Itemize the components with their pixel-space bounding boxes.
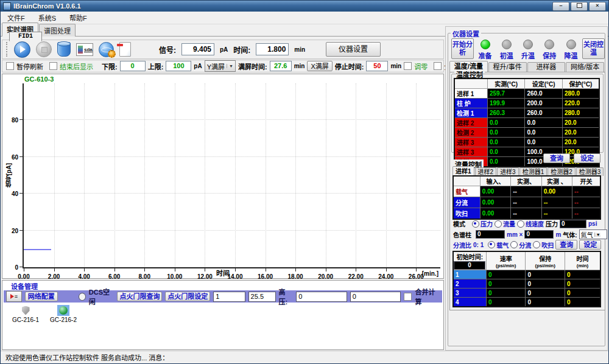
flow-table-row-label-1[interactable]: 分流 [453, 197, 480, 208]
flow-table-cell-2-3[interactable]: -- [572, 208, 600, 220]
split-radio-1[interactable]: 分流 [510, 240, 531, 250]
pressure-program-table-cell-1-2[interactable]: 0 [565, 279, 601, 289]
flow-table-cell-0-1[interactable]: -- [511, 186, 541, 197]
temperature-table-row-label-6[interactable]: 进样 3 [454, 147, 487, 157]
pressure-program-table-init-input[interactable]: 0 [454, 261, 485, 270]
restore-button[interactable] [571, 2, 588, 11]
flow-table-cell-1-0[interactable]: 0.00 [480, 197, 510, 208]
temperature-table-cell-2-1[interactable]: 260.0 [525, 108, 563, 118]
pressure-input[interactable]: 0 [560, 220, 586, 228]
temperature-table-cell-4-0[interactable]: 0.0 [487, 128, 525, 138]
temperature-table-row-label-0[interactable]: 进样 1 [454, 89, 487, 99]
temperature-table-cell-2-0[interactable]: 260.3 [487, 108, 525, 118]
temperature-table-cell-0-2[interactable]: 280.0 [562, 89, 599, 99]
show-after-end-checkbox[interactable] [49, 62, 57, 70]
flow-tab-4[interactable]: 检测器2 [547, 167, 576, 176]
signal-value[interactable]: 9.405 [181, 43, 214, 55]
flow-table-cell-2-2[interactable]: -- [541, 208, 572, 220]
pressure-program-table-cell-0-2[interactable]: 0 [565, 270, 601, 279]
pressure-program-table-row-label-3[interactable]: 4 [453, 298, 486, 307]
temperature-table-cell-1-1[interactable]: 200.0 [525, 99, 563, 108]
pressure-program-table-cell-0-0[interactable]: 0 [486, 270, 526, 279]
temperature-table-cell-2-2[interactable]: 280.0 [562, 108, 599, 118]
main-tab-1[interactable]: 谱图处理 [39, 24, 76, 37]
ignition-threshold-set-button[interactable]: 点火门限设定 [165, 292, 210, 301]
clear-bucket-icon[interactable] [57, 42, 71, 57]
pressure-program-table-row-label-0[interactable]: 1 [453, 270, 486, 279]
temperature-table-cell-0-1[interactable]: 260.0 [525, 89, 563, 99]
ignition-value1-input[interactable]: 1 [213, 292, 245, 302]
mode-radio-2[interactable]: 线速度 [517, 219, 544, 228]
temperature-table-cell-4-1[interactable]: 0.0 [525, 128, 563, 138]
temperature-table-cell-3-0[interactable]: 0.0 [487, 118, 525, 128]
upper-limit-input[interactable]: 100 [166, 61, 191, 71]
pressure-program-table-row-label-1[interactable]: 2 [453, 279, 486, 289]
network-globe-icon[interactable] [99, 42, 114, 57]
temperature-table-cell-3-2[interactable]: 20.0 [562, 118, 599, 128]
flow-tab-3[interactable]: 检测器1 [519, 167, 547, 176]
close-temp-control-button[interactable]: 关闭控温 [582, 38, 605, 59]
high-voltage2-input[interactable]: 0 [350, 292, 401, 302]
temperature-table-row-label-4[interactable]: 检测 2 [454, 128, 487, 138]
gas-dropdown[interactable]: 氮气▼ [579, 229, 607, 239]
flow-tab-0[interactable]: 进样1 [452, 166, 474, 176]
temp-query-button[interactable]: 查询 [543, 153, 570, 163]
pause-refresh-checkbox[interactable] [6, 62, 14, 70]
temperature-table-cell-1-2[interactable]: 220.0 [562, 99, 599, 108]
pressure-program-table-cell-2-2[interactable]: 0 [565, 289, 601, 298]
fullscale-time-input[interactable]: 27.6 [270, 61, 292, 71]
temperature-table-cell-3-1[interactable]: 0.0 [525, 118, 563, 128]
stop-acquisition-icon[interactable] [36, 41, 52, 57]
pressure-program-table-cell-1-1[interactable]: 0 [526, 279, 565, 289]
device-item-GC-216-1[interactable]: GC-216-1 [7, 305, 44, 323]
save-sda-icon[interactable]: sda [76, 43, 93, 56]
temperature-table-row-label-5[interactable]: 进样 3 [454, 138, 487, 147]
flow-table-cell-0-0[interactable]: 0.00 [480, 186, 510, 197]
column-id-input[interactable]: 0 [524, 230, 554, 239]
flow-table-cell-2-1[interactable]: -- [511, 208, 541, 220]
x-fullscale-button[interactable]: X满屏 [307, 61, 332, 71]
show-all-checkbox[interactable] [434, 62, 442, 70]
flow-tab-1[interactable]: 进样2 [475, 167, 497, 176]
temperature-table-cell-0-0[interactable]: 259.7 [487, 89, 525, 99]
column-length-input[interactable]: 0 [476, 230, 505, 239]
temp-set-button[interactable]: 设定 [574, 153, 600, 163]
temperature-table-cell-5-2[interactable]: 20.0 [562, 138, 599, 147]
chromatogram-chart[interactable]: GC-610-3 信号[pA] 0.002.004.006.008.0010.0… [2, 74, 444, 279]
menu-item-2[interactable]: 帮助F [63, 12, 94, 24]
flow-table-cell-1-3[interactable]: -- [572, 197, 600, 208]
pressure-program-table-cell-3-2[interactable]: 0 [565, 298, 601, 307]
flow-table-cell-2-0[interactable]: 0.00 [480, 208, 510, 220]
high-voltage1-input[interactable]: 0 [296, 292, 347, 302]
toolbar-gripper[interactable] [6, 42, 9, 57]
instrument-settings-button[interactable]: 仪器设置 [326, 42, 381, 57]
flow-tab-5[interactable]: 检测器3 [576, 167, 604, 176]
pressure-program-table-cell-3-0[interactable]: 0 [486, 298, 526, 307]
flow-table-cell-0-2[interactable]: 0.00 [541, 186, 572, 197]
pressure-program-table-cell-1-0[interactable]: 0 [486, 279, 526, 289]
flow-tab-2[interactable]: 进样3 [497, 167, 519, 176]
pressure-program-table-row-label-2[interactable]: 3 [453, 289, 486, 298]
lower-limit-input[interactable]: 0 [120, 61, 146, 71]
device-item-GC-216-2[interactable]: GC-216-2 [45, 305, 82, 323]
dcs-idle-radio[interactable] [79, 293, 86, 301]
signal-channel-tab[interactable]: FID1 [9, 32, 42, 41]
start-analysis-button[interactable]: 开始分析 [451, 38, 474, 59]
menu-item-0[interactable]: 文件F [1, 12, 32, 24]
flow-table-cell-1-2[interactable]: -- [541, 197, 572, 208]
settings-tab-2[interactable]: 进样器 [527, 62, 566, 72]
split-radio-2[interactable]: 吹扫 [533, 240, 554, 250]
split-radio-0[interactable]: 载气 [488, 240, 509, 250]
temperature-table-cell-5-0[interactable]: 0.0 [487, 138, 525, 147]
minimize-button[interactable]: – [552, 2, 569, 11]
flow-table-row-label-0[interactable]: 载气 [453, 186, 480, 197]
new-document-icon[interactable] [119, 42, 131, 57]
start-acquisition-icon[interactable] [14, 41, 30, 58]
pressure-program-table-cell-2-0[interactable]: 0 [486, 289, 526, 298]
time-value[interactable]: 1.800 [256, 43, 289, 55]
ignition-threshold-query-button[interactable]: 点火门限查询 [117, 292, 162, 301]
pressure-program-table-cell-2-1[interactable]: 0 [526, 289, 565, 298]
flow-table-row-label-2[interactable]: 吹扫 [453, 208, 480, 220]
pressure-program-table-cell-0-1[interactable]: 0 [526, 270, 565, 279]
menu-item-1[interactable]: 系统S [32, 12, 63, 24]
